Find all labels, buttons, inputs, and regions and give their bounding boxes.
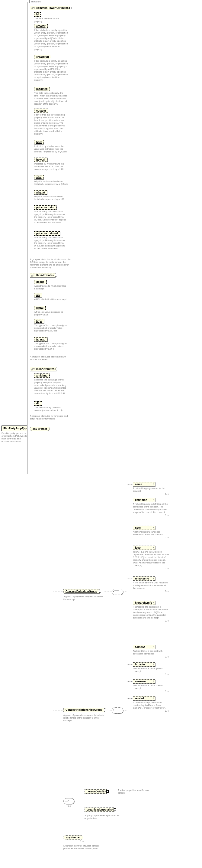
elem-box[interactable]: narrower+ bbox=[133, 679, 155, 683]
elem-box[interactable]: organisationDetails+ bbox=[85, 807, 114, 812]
attr-box[interactable]: pubconstraint bbox=[34, 205, 57, 210]
elem-definition: definition+0..∞A natural language defini… bbox=[133, 498, 169, 514]
any-pill[interactable]: any ##other bbox=[30, 427, 50, 431]
attr-desc: The directionality of textual content (e… bbox=[34, 406, 68, 412]
elem-box[interactable]: personDetails+ bbox=[85, 789, 107, 794]
attr-box[interactable]: xml:lang bbox=[34, 373, 49, 378]
elem-box[interactable]: name+ bbox=[133, 482, 155, 486]
attr-box[interactable]: how bbox=[34, 140, 44, 144]
root-type-name: FlexPartyPropType bbox=[3, 427, 28, 430]
elem-desc: A set of properties specific to a person bbox=[118, 789, 154, 794]
connector bbox=[127, 698, 133, 699]
elem-box[interactable]: hierarchyInfo+ bbox=[133, 601, 155, 605]
group-common[interactable]: grpcommonPowerAttributes bbox=[30, 6, 70, 10]
attr-desc: A URI which identifies a concept. bbox=[34, 298, 68, 301]
connector bbox=[127, 647, 133, 647]
expand-icon[interactable]: + bbox=[111, 808, 114, 811]
attr-box[interactable]: whyuri bbox=[34, 190, 47, 194]
connector bbox=[127, 484, 133, 485]
cardinality: 0..∞ bbox=[165, 493, 169, 495]
cardinality: 0..∞ bbox=[165, 514, 169, 517]
attr-box[interactable]: creator bbox=[34, 24, 48, 28]
expand-icon[interactable]: + bbox=[152, 663, 155, 666]
connector bbox=[127, 681, 133, 682]
cardinality: 0..∞ bbox=[165, 567, 169, 570]
attr-desc: If set to true the corresponding propert… bbox=[34, 114, 68, 135]
attr-box[interactable]: custom bbox=[34, 108, 48, 113]
expand-icon[interactable]: + bbox=[152, 601, 155, 604]
attr-box[interactable]: dir bbox=[34, 401, 42, 406]
attr-howuri: howuriIndicates by which means the value… bbox=[34, 158, 68, 170]
expand-icon[interactable]: + bbox=[152, 498, 155, 501]
attr-desc: Why the metadata has been included - exp… bbox=[34, 180, 68, 185]
cardinality: 0..∞ bbox=[80, 840, 84, 843]
elem-narrower: narrower+0..∞An identifier of a more spe… bbox=[133, 679, 169, 689]
expand-icon[interactable]: + bbox=[152, 680, 155, 683]
attr-box[interactable]: type bbox=[34, 319, 44, 323]
elem-desc: In NAR 1.8 and later, facet is deprecate… bbox=[133, 551, 169, 567]
connector bbox=[127, 603, 133, 603]
elem-box[interactable]: definition+ bbox=[133, 498, 155, 502]
cardinality: 0..∞ bbox=[165, 690, 169, 692]
attr-box[interactable]: qcode bbox=[34, 280, 46, 284]
expand-icon[interactable]: + bbox=[104, 790, 107, 793]
attr-creator: creatorIf the attribute is empty, specif… bbox=[34, 24, 68, 51]
attr-desc: One or many constraints that apply to pu… bbox=[34, 236, 68, 250]
attr-desc: If the attribute is empty, specifies whi… bbox=[34, 29, 68, 51]
mgroup-rel[interactable]: ConceptRelationshipsGroup bbox=[63, 708, 104, 712]
group-desc: A group of attributes for all elements o… bbox=[30, 258, 73, 269]
expand-icon[interactable]: + bbox=[152, 483, 155, 486]
attr-box[interactable]: howuri bbox=[34, 158, 47, 162]
mgroup-def[interactable]: ConceptDefinitionGroup bbox=[63, 589, 99, 593]
attr-box[interactable]: literal bbox=[34, 306, 45, 310]
attr-whyuri: whyuriWhy the metadata has been included… bbox=[34, 190, 68, 200]
cardinality: 0..∞ bbox=[165, 710, 169, 712]
elem-box[interactable]: broader+ bbox=[133, 662, 155, 666]
attributes-frame: attributes grpcommonPowerAttributes idTh… bbox=[27, 2, 76, 474]
elem-box[interactable]: note+ bbox=[133, 526, 155, 530]
expand-icon[interactable]: + bbox=[152, 645, 155, 648]
connector bbox=[53, 592, 63, 592]
group-flex[interactable]: grpflexAttributes bbox=[30, 273, 55, 277]
cardinality: 0..∞ bbox=[165, 590, 169, 592]
attr-box[interactable]: id bbox=[34, 12, 41, 17]
attr-modified: modifiedThe date (and, optionally, the t… bbox=[34, 87, 68, 105]
attr-qcode: qcodeA qualified code which identifies a… bbox=[34, 280, 68, 290]
attr-box[interactable]: typeuri bbox=[34, 337, 47, 341]
connector bbox=[127, 664, 133, 665]
expand-icon[interactable]: + bbox=[152, 577, 155, 580]
mgroup-desc: A group of properites required to define… bbox=[63, 595, 106, 601]
group-i18n[interactable]: grpi18nAttributes bbox=[30, 367, 56, 371]
elem-remoteInfo: remoteInfo+0..∞A link to an item or a we… bbox=[133, 577, 169, 589]
group-name: commonPowerAttributes bbox=[36, 6, 69, 9]
attr-box[interactable]: creatoruri bbox=[34, 55, 51, 59]
group-name: flexAttributes bbox=[36, 274, 54, 277]
elem-related: related+0..∞A related concept, where the… bbox=[133, 696, 169, 709]
attr-desc: Indicates by which means the value was e… bbox=[34, 145, 68, 153]
elem-personDetails: personDetails+A set of properties specif… bbox=[85, 789, 107, 794]
elem-box[interactable]: sameAs+ bbox=[133, 645, 155, 649]
elem-box[interactable]: remoteInfo+ bbox=[133, 577, 155, 581]
elem-box[interactable]: related+ bbox=[133, 696, 155, 701]
expand-icon[interactable]: + bbox=[152, 526, 155, 529]
elem-box[interactable]: facet+ bbox=[133, 546, 155, 550]
connector bbox=[127, 579, 133, 579]
choice-connector bbox=[63, 798, 74, 804]
connector bbox=[104, 592, 112, 592]
attr-id: idThe local identifier of the property. bbox=[34, 12, 68, 23]
connector bbox=[127, 500, 133, 500]
group-desc: A group of attributes associated with fl… bbox=[30, 355, 73, 361]
cardinality: 0..∞ bbox=[165, 536, 169, 539]
elem-desc: A link to an item or a web resource whic… bbox=[133, 581, 169, 589]
any-pill[interactable]: any ##other bbox=[63, 835, 83, 840]
attr-box[interactable]: pubconstrainturi bbox=[34, 231, 60, 236]
elem-hierarchyInfo: hierarchyInfo+0..∞Represents the positio… bbox=[133, 601, 169, 619]
attr-box[interactable]: uri bbox=[34, 293, 42, 297]
elem-desc: An identifier of a more specific concept… bbox=[133, 684, 169, 689]
connector bbox=[127, 548, 133, 548]
root-type-box[interactable]: FlexPartyPropType bbox=[1, 426, 30, 431]
expand-icon[interactable]: + bbox=[152, 697, 155, 700]
expand-icon[interactable]: + bbox=[152, 546, 155, 549]
attr-box[interactable]: modified bbox=[34, 87, 50, 91]
attr-box[interactable]: why bbox=[34, 175, 44, 179]
